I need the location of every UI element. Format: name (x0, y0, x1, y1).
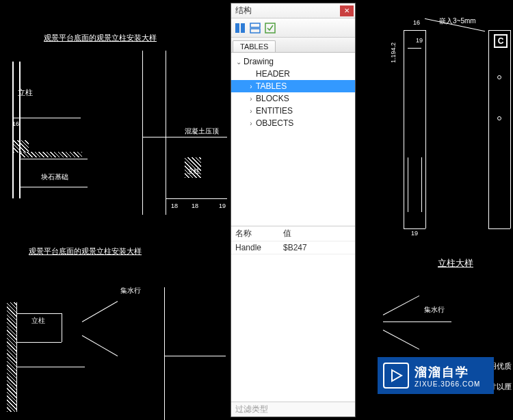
toolbar-icon-2[interactable] (249, 22, 261, 34)
cad-title-2: 观景平台底面的观景立柱安装大样 (29, 246, 142, 257)
cad-label-lizhu3: 立柱 (31, 316, 45, 326)
close-button[interactable]: ✕ (340, 5, 354, 16)
cad-label-kuaishi: 块石基础 (41, 172, 68, 182)
svg-rect-0 (235, 23, 239, 33)
svg-rect-3 (250, 29, 260, 33)
toolbar-icon-1[interactable] (234, 22, 246, 34)
tab-strip: TABLES (231, 38, 355, 53)
props-header: 名称 值 (231, 226, 355, 241)
toolbar-icon-3[interactable] (264, 22, 276, 34)
cad-label-jiaoxian2: 集水行 (424, 305, 445, 315)
tree-view[interactable]: ⌄ Drawing HEADER › TABLES › BLOCKS › ENT… (231, 53, 355, 226)
chevron-right-icon: › (246, 120, 256, 127)
svg-rect-2 (250, 23, 260, 27)
tree-label: ENTITIES (256, 106, 293, 116)
chevron-right-icon: › (246, 107, 256, 115)
panel-toolbar (231, 18, 355, 38)
tree-node-header[interactable]: HEADER (231, 68, 355, 80)
props-header-value: 值 (283, 228, 351, 239)
chevron-right-icon: › (246, 83, 256, 90)
tree-label: BLOCKS (256, 94, 289, 103)
close-icon: ✕ (344, 7, 350, 14)
tree-label: Drawing (244, 57, 274, 66)
tree-node-objects[interactable]: › OBJECTS (231, 117, 355, 129)
chevron-down-icon: ⌄ (234, 58, 244, 66)
play-icon (383, 363, 409, 389)
panel-title: 结构 (235, 5, 340, 16)
structure-panel: 结构 ✕ TABLES ⌄ Drawing HEADER › TABLES (231, 3, 356, 417)
props-row[interactable]: Handle $B247 (231, 241, 355, 254)
cad-title-3: 立柱大样 (438, 257, 473, 270)
watermark-url: ZIXUE.3D66.COM (415, 380, 480, 388)
watermark-logo: 溜溜自学 ZIXUE.3D66.COM (378, 357, 494, 394)
tree-label: TABLES (256, 81, 287, 91)
dim-16: 16 (12, 120, 19, 127)
prop-name: Handle (235, 243, 283, 252)
tree-node-entities[interactable]: › ENTITIES (231, 105, 355, 117)
tree-label: OBJECTS (256, 118, 293, 128)
svg-rect-1 (241, 23, 245, 33)
watermark-brand: 溜溜自学 (415, 364, 480, 380)
cad-label-ztuya: 混凝土压顶 (185, 127, 219, 136)
prop-value: $B247 (283, 243, 351, 252)
panel-titlebar[interactable]: 结构 ✕ (231, 3, 355, 18)
props-header-name: 名称 (235, 228, 283, 239)
cad-label-jiaoxian1: 集水行 (120, 286, 141, 296)
tree-node-blocks[interactable]: › BLOCKS (231, 92, 355, 105)
cad-title-1: 观景平台底面的观景立柱安装大样 (44, 33, 157, 43)
chevron-right-icon: › (246, 95, 256, 103)
svg-rect-4 (265, 23, 275, 33)
tree-node-drawing[interactable]: ⌄ Drawing (231, 55, 355, 68)
cad-label-lizhu2: 立柱 (187, 167, 200, 176)
filter-input[interactable]: 过滤类型 (231, 402, 355, 417)
marker-c: C (494, 34, 508, 48)
properties-pane: 名称 值 Handle $B247 (231, 226, 355, 402)
tree-label: HEADER (256, 69, 290, 79)
tab-tables[interactable]: TABLES (233, 40, 276, 52)
svg-marker-5 (392, 370, 402, 381)
cad-label-lizhu: 立柱 (18, 88, 33, 98)
tree-node-tables[interactable]: › TABLES (231, 80, 355, 92)
